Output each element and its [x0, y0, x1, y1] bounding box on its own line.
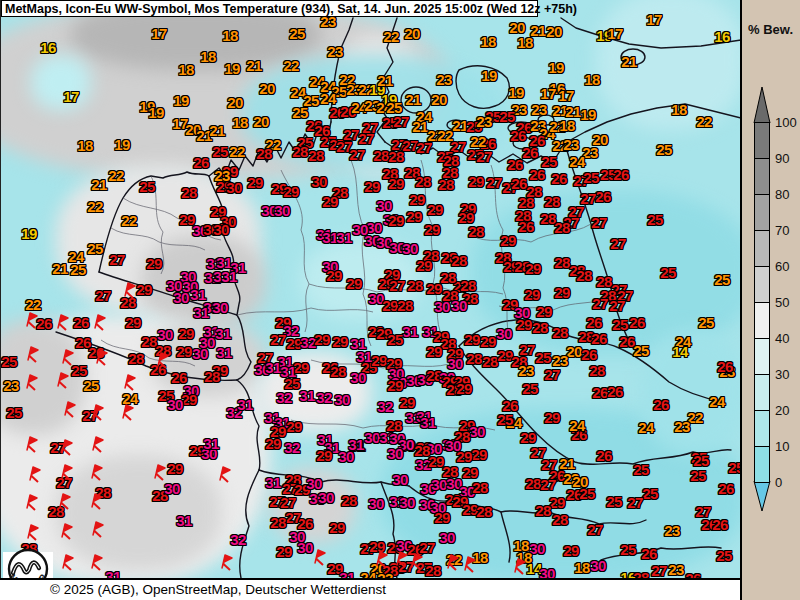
temperature-value: 31: [339, 569, 355, 579]
temperature-value: 27: [349, 146, 365, 163]
temperature-value: 26: [511, 175, 527, 192]
temperature-value: 27: [544, 366, 560, 383]
temperature-value: 28: [532, 319, 548, 336]
temperature-value: 23: [674, 418, 690, 435]
temperature-value: 21: [412, 118, 428, 135]
temperature-value: 18: [77, 137, 93, 154]
temperature-value: 27: [285, 509, 301, 526]
temperature-value: 29: [382, 297, 398, 314]
temperature-value: 29: [364, 178, 380, 195]
temperature-value: 31: [215, 325, 231, 342]
temperature-value: 28: [451, 252, 467, 269]
temperature-value: 25: [583, 169, 599, 186]
scale-tick-label: 40: [775, 331, 789, 346]
temperature-value: 20: [566, 343, 582, 360]
temperature-value: 29: [406, 208, 422, 225]
ww-weather-symbol: [447, 554, 461, 572]
temperature-value: 20: [227, 94, 243, 111]
temperature-value: 21: [246, 57, 262, 74]
temperature-value: 26: [522, 144, 538, 161]
temperature-value: 29: [434, 509, 450, 526]
scale-segment: [754, 338, 770, 375]
temperature-value: 27: [109, 251, 125, 268]
temperature-value: 29: [283, 183, 299, 200]
temperature-value: 29: [314, 331, 330, 348]
temperature-value: 25: [139, 178, 155, 195]
scale-tick-label: 90: [775, 151, 789, 166]
temperature-value: 29: [464, 331, 480, 348]
temperature-value: 31: [420, 414, 436, 431]
temperature-value: 29: [563, 542, 579, 559]
ww-weather-symbol: [221, 554, 235, 572]
temperature-value: 31: [176, 512, 192, 529]
temperature-value: 28: [407, 277, 423, 294]
temperature-value: 29: [371, 352, 387, 369]
ww-weather-symbol: [92, 436, 106, 454]
temperature-value: 28: [525, 475, 541, 492]
ww-weather-symbol: [61, 439, 75, 457]
temperature-value: 18: [200, 48, 216, 65]
temperature-value: 31: [402, 323, 418, 340]
ww-weather-symbol: [376, 551, 390, 569]
temperature-value: 30: [311, 173, 327, 190]
temperature-value: 27: [476, 148, 492, 165]
temperature-value: 29: [176, 343, 192, 360]
temperature-value: 31: [203, 435, 219, 452]
temperature-value: 23: [436, 71, 452, 88]
temperature-value: 19: [21, 225, 37, 242]
scale-arrows: [742, 0, 800, 600]
temperature-value: 26: [510, 127, 526, 144]
temperature-value: 29: [178, 325, 194, 342]
temperature-value: 28: [442, 164, 458, 181]
temperature-value: 27: [95, 287, 111, 304]
temperature-value: 28: [544, 193, 560, 210]
temperature-value: 29: [458, 209, 474, 226]
temperature-value: 23: [3, 377, 19, 394]
temperature-value: 27: [393, 113, 409, 130]
temperature-value: 28: [330, 363, 346, 380]
temperature-value: 31: [105, 568, 121, 579]
temperature-value: 28: [425, 562, 441, 579]
temperature-value: 18: [232, 114, 248, 131]
temperature-value: 18: [178, 61, 194, 78]
temperature-value: 27: [651, 562, 667, 579]
temperature-value: 25: [698, 314, 714, 331]
temperature-value: 25: [690, 467, 706, 484]
temperature-value: 26: [596, 447, 612, 464]
ww-weather-symbol: [91, 554, 105, 572]
temperature-value: 25: [83, 377, 99, 394]
temperature-value: 20: [259, 80, 275, 97]
temperature-value: 24: [569, 153, 585, 170]
temperature-value: 29: [468, 173, 484, 190]
ww-weather-symbol: [91, 493, 105, 511]
temperature-value: 18: [480, 33, 496, 50]
ww-weather-symbol: [396, 551, 410, 569]
temperature-value: 19: [114, 136, 130, 153]
metmaps-logo: METMAPS: [3, 540, 55, 578]
temperature-value: 29: [544, 409, 560, 426]
temperature-value: 20: [404, 25, 420, 42]
temperature-value: 25: [633, 342, 649, 359]
ww-weather-symbol: [219, 466, 233, 484]
temperature-value: 30: [451, 297, 467, 314]
scale-tick-label: 10: [775, 439, 789, 454]
ww-weather-symbol: [26, 312, 40, 330]
temperature-value: 30: [297, 539, 313, 556]
temperature-value: 28: [341, 492, 357, 509]
temperature-value: 26: [518, 218, 534, 235]
scale-segment: [754, 158, 770, 195]
temperature-value: 19: [148, 104, 164, 121]
ww-weather-symbol: [92, 404, 106, 422]
temperature-value: 22: [229, 143, 245, 160]
scale-tick-label: 0: [775, 475, 782, 490]
temperature-value: 23: [476, 113, 492, 130]
temperature-value: 29: [456, 380, 472, 397]
scale-segment: [754, 302, 770, 339]
temperature-value: 31: [237, 396, 253, 413]
scale-tick-label: 60: [775, 259, 789, 274]
temperature-value: 23: [531, 101, 547, 118]
footer-bar: © 2025 (AGB), OpenStreetMap, Deutscher W…: [0, 578, 740, 600]
temperature-value: 21: [91, 176, 107, 193]
temperature-value: 26: [718, 480, 734, 497]
temperature-value: 28: [576, 267, 592, 284]
